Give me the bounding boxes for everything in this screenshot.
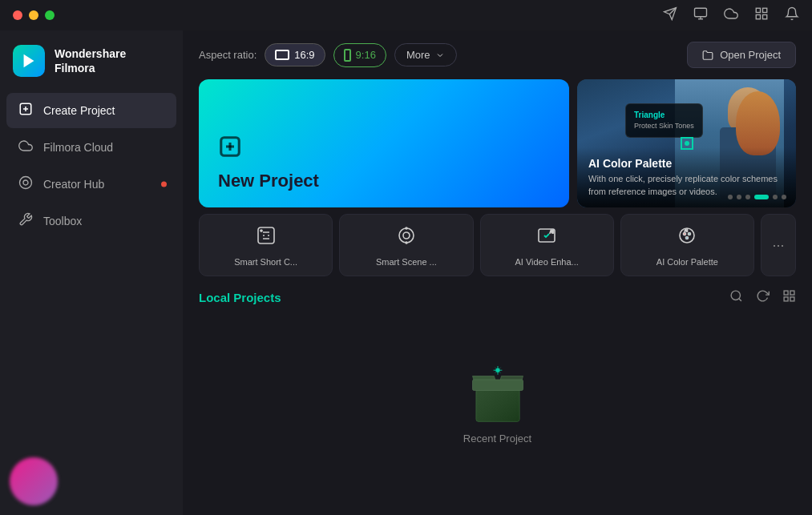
sidebar-item-create-project[interactable]: Create Project bbox=[6, 93, 176, 128]
ai-overlay-title: Triangle bbox=[634, 109, 694, 121]
toolbar: Aspect ratio: 16:9 9:16 More Open Projec… bbox=[183, 30, 812, 79]
smart-short-clip-label: Smart Short C... bbox=[234, 256, 297, 268]
sidebar-item-label-filmora-cloud: Filmora Cloud bbox=[43, 141, 113, 154]
folder-icon bbox=[702, 50, 713, 61]
empty-state-label: Recent Project bbox=[463, 433, 531, 445]
local-projects-section: Local Projects bbox=[183, 276, 812, 312]
svg-point-28 bbox=[689, 233, 691, 235]
refresh-projects-button[interactable] bbox=[756, 289, 770, 306]
app-name: Wondershare Filmora bbox=[55, 46, 126, 75]
ai-color-palette-label: AI Color Palette bbox=[656, 256, 718, 268]
svg-rect-2 bbox=[695, 8, 707, 17]
creator-hub-icon bbox=[18, 175, 34, 193]
user-avatar[interactable] bbox=[10, 457, 58, 505]
ai-tool-more[interactable]: ··· bbox=[761, 214, 796, 276]
svg-text:AI: AI bbox=[550, 229, 554, 234]
svg-point-23 bbox=[406, 242, 407, 243]
ai-tool-ai-video-enhance[interactable]: AI AI Video Enha... bbox=[480, 214, 614, 276]
ai-dot-6[interactable] bbox=[782, 195, 786, 199]
svg-rect-8 bbox=[763, 15, 767, 19]
filmora-cloud-icon bbox=[18, 139, 34, 156]
ai-feature-overlay-widget: Triangle Protect Skin Tones bbox=[625, 103, 703, 138]
open-project-button[interactable]: Open Project bbox=[687, 42, 796, 68]
sidebar-item-label-creator-hub: Creator Hub bbox=[43, 178, 104, 191]
ai-dot-5[interactable] bbox=[773, 195, 778, 199]
local-projects-title: Local Projects bbox=[199, 291, 281, 304]
svg-text:AI: AI bbox=[685, 228, 688, 232]
ai-overlay-subtitle: Protect Skin Tones bbox=[634, 121, 694, 132]
ai-tool-ai-color-palette[interactable]: AI AI Color Palette bbox=[620, 214, 754, 276]
aspect-ratio-9-16-label: 9:16 bbox=[356, 49, 376, 61]
ai-tool-smart-short-clip[interactable]: Smart Short C... bbox=[199, 214, 333, 276]
svg-point-29 bbox=[686, 237, 689, 239]
svg-rect-5 bbox=[756, 8, 760, 12]
more-tools-icon: ··· bbox=[772, 237, 784, 254]
chevron-down-icon bbox=[435, 50, 445, 60]
svg-rect-7 bbox=[756, 15, 760, 19]
app-logo bbox=[13, 45, 45, 77]
svg-rect-35 bbox=[784, 297, 788, 301]
more-aspect-ratios-button[interactable]: More bbox=[394, 43, 457, 66]
search-projects-button[interactable] bbox=[729, 289, 743, 306]
aspect-ratio-section: Aspect ratio: 16:9 9:16 More bbox=[199, 43, 457, 67]
create-project-icon bbox=[18, 102, 34, 119]
sidebar-item-toolbox[interactable]: Toolbox bbox=[6, 203, 176, 239]
toolbox-icon bbox=[18, 212, 34, 230]
aspect-ratio-16-9-button[interactable]: 16:9 bbox=[265, 43, 325, 66]
aspect-ratio-16-9-label: 16:9 bbox=[294, 49, 314, 61]
new-project-card[interactable]: New Project bbox=[199, 79, 569, 207]
logo-section: Wondershare Filmora bbox=[0, 37, 183, 93]
sidebar-item-filmora-cloud[interactable]: Filmora Cloud bbox=[6, 130, 176, 165]
fullscreen-button[interactable] bbox=[45, 10, 55, 20]
smart-scene-icon bbox=[397, 226, 416, 250]
grid-icon[interactable] bbox=[754, 6, 769, 24]
ai-dot-3[interactable] bbox=[745, 195, 750, 199]
title-bar-actions bbox=[663, 6, 799, 24]
aspect-ratio-9-16-button[interactable]: 9:16 bbox=[333, 43, 386, 67]
new-project-plus-icon bbox=[218, 135, 242, 164]
ai-feature-dots bbox=[728, 195, 786, 199]
svg-point-22 bbox=[406, 227, 407, 229]
sidebar: Wondershare Filmora Create Project Filmo… bbox=[0, 30, 183, 515]
sidebar-item-label-toolbox: Toolbox bbox=[43, 215, 82, 227]
svg-point-20 bbox=[399, 228, 414, 243]
ai-video-enhance-icon: AI bbox=[537, 226, 556, 250]
sidebar-item-creator-hub[interactable]: Creator Hub bbox=[6, 167, 176, 202]
grid-view-button[interactable] bbox=[782, 289, 796, 306]
ai-tool-smart-scene[interactable]: Smart Scene ... bbox=[339, 214, 473, 276]
minimize-button[interactable] bbox=[29, 10, 38, 20]
traffic-lights bbox=[13, 10, 55, 20]
ai-feature-title: AI Color Palette bbox=[588, 157, 785, 170]
aspect-ratio-label: Aspect ratio: bbox=[199, 49, 257, 61]
ai-dot-2[interactable] bbox=[737, 195, 741, 199]
svg-rect-41 bbox=[472, 380, 523, 391]
ai-feature-card[interactable]: Triangle Protect Skin Tones AI Color Pal… bbox=[577, 79, 796, 207]
cloud-icon[interactable] bbox=[724, 6, 738, 24]
content-area: Aspect ratio: 16:9 9:16 More Open Projec… bbox=[183, 30, 812, 515]
ai-dot-4[interactable] bbox=[754, 195, 769, 199]
empty-state: Recent Project bbox=[183, 312, 812, 515]
svg-point-13 bbox=[20, 177, 32, 189]
close-button[interactable] bbox=[13, 10, 22, 20]
empty-state-illustration bbox=[462, 351, 534, 423]
title-bar bbox=[0, 0, 812, 30]
creator-hub-notification-dot bbox=[161, 182, 167, 187]
svg-point-27 bbox=[684, 233, 686, 235]
send-icon[interactable] bbox=[663, 6, 677, 24]
svg-rect-38 bbox=[476, 389, 519, 422]
sidebar-item-label-create-project: Create Project bbox=[43, 104, 115, 117]
ai-video-enhance-label: AI Video Enha... bbox=[515, 256, 578, 268]
bell-icon[interactable] bbox=[785, 6, 799, 24]
projects-row: New Project Triangle Protect Skin Tones bbox=[183, 79, 812, 207]
local-projects-actions bbox=[729, 289, 796, 306]
new-project-label: New Project bbox=[218, 171, 319, 191]
svg-rect-33 bbox=[784, 291, 788, 295]
svg-point-19 bbox=[261, 230, 262, 231]
more-label: More bbox=[406, 49, 430, 61]
svg-point-14 bbox=[23, 180, 28, 185]
ai-dot-1[interactable] bbox=[728, 195, 733, 199]
svg-line-32 bbox=[739, 299, 741, 301]
monitor-icon[interactable] bbox=[693, 6, 708, 24]
smart-short-clip-icon bbox=[257, 226, 276, 250]
svg-rect-34 bbox=[790, 291, 794, 295]
